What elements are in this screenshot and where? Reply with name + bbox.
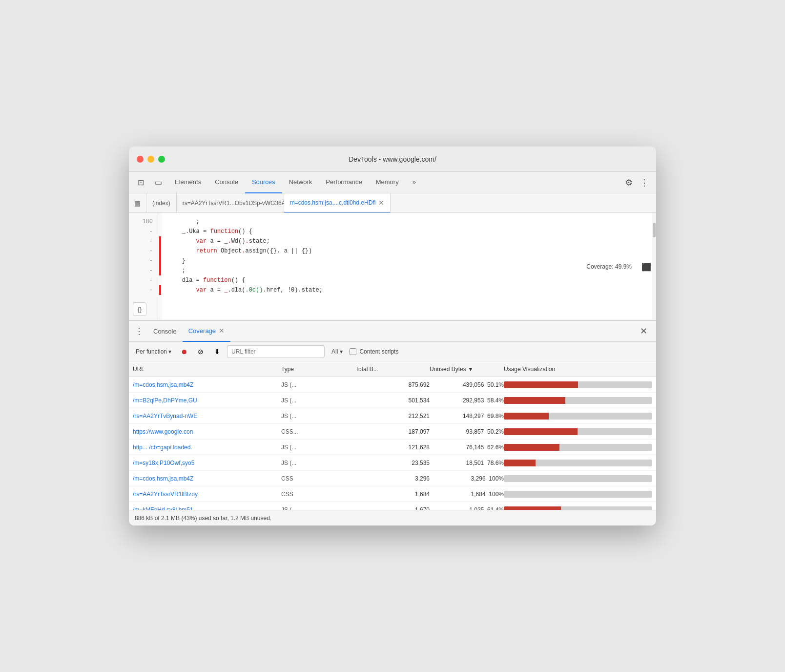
cov-line-7	[158, 275, 162, 285]
type-cell: CSS...	[281, 428, 355, 435]
panel-close-icon[interactable]: ✕	[637, 324, 650, 338]
pretty-print-button[interactable]: {}	[133, 302, 146, 316]
panel-tab-console[interactable]: Console	[147, 320, 183, 342]
col-unused-header[interactable]: Unused Bytes ▼	[430, 366, 504, 373]
unused-cell: 76,145 62.6%	[430, 444, 504, 451]
viz-cell	[504, 444, 652, 451]
col-viz-header: Usage Visualization	[504, 366, 652, 373]
file-tab-rs-label: rs=AA2YrTssrVR1...Obv1DSp-vWG36A	[183, 200, 284, 207]
tab-elements[interactable]: Elements	[168, 172, 208, 193]
viz-bar-used	[504, 460, 536, 466]
line-num-dash-6: -	[129, 275, 158, 285]
table-row[interactable]: http... /cb=gapi.loaded. JS (... 121,628…	[129, 440, 656, 455]
all-filter-dropdown[interactable]: All ▾	[328, 346, 347, 357]
table-row[interactable]: /m=cdos,hsm,jsa,mb4Z JS (... 875,692 439…	[129, 377, 656, 393]
file-tab-bar: ▤ (index) rs=AA2YrTssrVR1...Obv1DSp-vWG3…	[129, 193, 656, 213]
more-options-icon[interactable]: ⋮	[637, 175, 652, 190]
tab-more[interactable]: »	[406, 172, 423, 193]
url-cell: /rs=AA2YrTvBynad-nWE	[133, 413, 281, 420]
tab-network[interactable]: Network	[282, 172, 319, 193]
col-total-header[interactable]: Total B...	[355, 366, 430, 373]
tab-memory[interactable]: Memory	[369, 172, 406, 193]
code-scrollbar-thumb	[653, 223, 656, 237]
file-tab-rs[interactable]: rs=AA2YrTssrVR1...Obv1DSp-vWG36A	[177, 193, 284, 213]
unused-cell: 292,953 58.4%	[430, 397, 504, 404]
line-num-dash-1: -	[129, 227, 158, 236]
table-row[interactable]: /m=sy18x,P10Owf,syo5 JS (... 23,535 18,5…	[129, 455, 656, 471]
type-cell: CSS	[281, 491, 355, 498]
url-cell: https://www.google.con	[133, 428, 281, 435]
line-num-dash-5: -	[129, 266, 158, 275]
per-function-arrow-icon: ▾	[168, 348, 171, 355]
viz-bar-used	[504, 413, 549, 420]
panel-menu-icon[interactable]: ⋮	[135, 326, 144, 336]
file-tab-m-cdos[interactable]: m=cdos,hsm,jsa,...c,dtl0hd,eHDfl ✕	[284, 193, 391, 213]
viz-cell	[504, 413, 652, 420]
inspect-icon[interactable]: ⊡	[133, 175, 148, 190]
devtools-window: DevTools - www.google.com/ ⊡ ▭ Elements …	[129, 147, 656, 525]
tab-console[interactable]: Console	[208, 172, 245, 193]
viz-bar	[504, 460, 652, 466]
device-icon[interactable]: ▭	[150, 175, 166, 190]
type-cell: JS (...	[281, 460, 355, 466]
sidebar-toggle-icon[interactable]: ▤	[129, 193, 146, 213]
code-scrollbar[interactable]	[652, 213, 656, 320]
table-row[interactable]: https://www.google.con CSS... 187,097 93…	[129, 424, 656, 440]
content-scripts-text: Content scripts	[359, 348, 398, 355]
unused-cell: 1,684 100%	[430, 491, 504, 498]
stop-recording-button[interactable]: ⏺	[177, 345, 191, 358]
url-filter-input[interactable]	[227, 345, 325, 358]
content-scripts-checkbox[interactable]	[350, 348, 356, 355]
total-cell: 1,670	[355, 506, 430, 510]
tab-sources[interactable]: Sources	[245, 172, 282, 193]
close-button[interactable]	[137, 156, 144, 163]
file-tab-m-cdos-label: m=cdos,hsm,jsa,...c,dtl0hd,eHDfl	[290, 199, 376, 206]
panel-header-right: ✕	[637, 324, 650, 338]
devtools-tab-bar: ⊡ ▭ Elements Console Sources Network Per…	[129, 172, 656, 193]
url-cell: /m=kMFpHd,sy8l,bm51	[133, 506, 281, 510]
clear-button[interactable]: ⊘	[194, 345, 207, 358]
col-type-header[interactable]: Type	[281, 366, 355, 373]
line-num-dash-3: -	[129, 246, 158, 256]
viz-bar	[504, 444, 652, 451]
col-url-header[interactable]: URL	[133, 366, 281, 373]
screenshot-icon[interactable]: ⬛	[641, 262, 651, 271]
export-button[interactable]: ⬇	[210, 345, 224, 358]
table-row[interactable]: /m=cdos,hsm,jsa,mb4Z CSS 3,296 3,296 100…	[129, 471, 656, 486]
tab-performance[interactable]: Performance	[319, 172, 369, 193]
traffic-lights	[137, 156, 165, 163]
total-cell: 3,296	[355, 475, 430, 482]
maximize-button[interactable]	[158, 156, 165, 163]
panel-tab-coverage-close-icon[interactable]: ✕	[219, 327, 225, 335]
bottom-panel: ⋮ Console Coverage ✕ ✕ Per function ▾ ⏺ …	[129, 320, 656, 525]
code-text: ; _.Uka = function() { var a = _.Wd().st…	[162, 213, 656, 320]
viz-bar	[504, 381, 652, 388]
settings-icon[interactable]: ⚙	[621, 175, 637, 190]
content-scripts-label[interactable]: Content scripts	[350, 348, 398, 355]
table-row[interactable]: /rs=AA2YrTssrVR1lBtzoy CSS 1,684 1,684 1…	[129, 486, 656, 502]
viz-bar-used	[504, 397, 565, 404]
file-tab-close-icon[interactable]: ✕	[378, 199, 384, 207]
unused-cell: 1,025 61.4%	[430, 506, 504, 510]
panel-tab-coverage[interactable]: Coverage ✕	[183, 320, 230, 342]
viz-cell	[504, 491, 652, 498]
table-row[interactable]: /m=kMFpHd,sy8l,bm51 JS (... 1,670 1,025 …	[129, 502, 656, 510]
code-editor: 180 - - - - - - - ; _.Uka = function() {…	[129, 213, 656, 320]
viz-bar	[504, 475, 652, 482]
cov-line-1	[158, 217, 162, 227]
viz-bar-used	[504, 428, 578, 435]
cov-line-4	[158, 246, 162, 256]
total-cell: 875,692	[355, 381, 430, 388]
minimize-button[interactable]	[147, 156, 154, 163]
unused-cell: 18,501 78.6%	[430, 460, 504, 466]
per-function-dropdown[interactable]: Per function ▾	[133, 346, 174, 357]
table-row[interactable]: /rs=AA2YrTvBynad-nWE JS (... 212,521 148…	[129, 408, 656, 424]
panel-tab-coverage-label: Coverage	[188, 327, 216, 335]
total-cell: 501,534	[355, 397, 430, 404]
type-cell: JS (...	[281, 444, 355, 451]
total-cell: 212,521	[355, 413, 430, 420]
viz-bar	[504, 397, 652, 404]
table-row[interactable]: /m=B2qlPe,DhPYme,GU JS (... 501,534 292,…	[129, 393, 656, 408]
file-tab-index[interactable]: (index)	[146, 193, 177, 213]
url-cell: /m=cdos,hsm,jsa,mb4Z	[133, 475, 281, 482]
